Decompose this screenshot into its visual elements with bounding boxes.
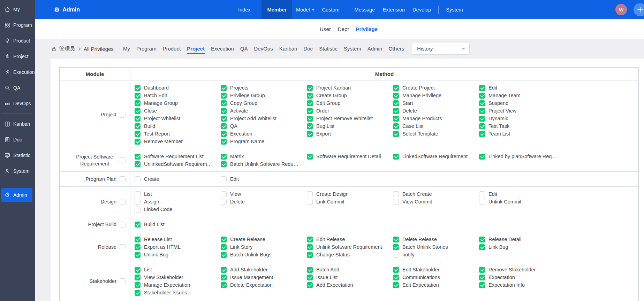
method-checkbox[interactable] [221,85,227,91]
breadcrumb-root[interactable]: 管理员 [59,46,75,52]
method-checkbox[interactable] [135,85,141,91]
method-checkbox[interactable] [135,222,141,227]
method-checkbox[interactable] [307,100,313,106]
method-checkbox[interactable] [479,282,485,288]
module-checkbox[interactable] [120,222,126,227]
method-checkbox[interactable] [135,131,141,137]
method-checkbox[interactable] [221,176,227,182]
method-checkbox[interactable] [479,123,485,129]
sidebar-item-system[interactable]: System [0,163,35,179]
method-checkbox[interactable] [135,123,141,129]
subnav-item-privilege[interactable]: Privilege [356,26,378,32]
method-checkbox[interactable] [479,275,485,280]
method-checkbox[interactable] [393,191,399,197]
method-checkbox[interactable] [307,123,313,129]
method-checkbox[interactable] [221,154,227,160]
method-checkbox[interactable] [221,275,227,280]
module-checkbox[interactable] [120,112,126,118]
sidebar-item-devops[interactable]: ∞DevOps [0,95,35,111]
method-checkbox[interactable] [307,191,313,197]
method-checkbox[interactable] [393,199,399,205]
tab-others[interactable]: Others [388,44,404,54]
method-checkbox[interactable] [135,244,141,250]
method-checkbox[interactable] [479,108,485,114]
method-checkbox[interactable] [479,267,485,273]
nav-item-extension[interactable]: Extension [379,0,409,19]
nav-item-index[interactable]: Index [234,0,254,19]
method-checkbox[interactable] [393,237,399,242]
tab-admin[interactable]: Admin [368,44,382,54]
method-checkbox[interactable] [135,191,141,197]
sidebar-item-doc[interactable]: Doc [0,132,35,147]
method-checkbox[interactable] [135,116,141,122]
tab-qa[interactable]: QA [240,44,248,54]
method-checkbox[interactable] [135,154,141,160]
tab-product[interactable]: Product [162,44,181,54]
method-checkbox[interactable] [221,191,227,197]
tab-project[interactable]: Project [187,44,205,54]
sidebar-item-product[interactable]: Product [0,33,35,48]
method-checkbox[interactable] [393,282,399,288]
method-checkbox[interactable] [307,275,313,280]
method-checkbox[interactable] [221,267,227,273]
module-checkbox[interactable] [120,244,126,250]
method-checkbox[interactable] [221,161,227,167]
method-checkbox[interactable] [479,244,485,250]
sidebar-item-statistic[interactable]: Statistic [0,147,35,163]
method-checkbox[interactable] [135,252,141,258]
method-checkbox[interactable] [135,100,141,106]
method-checkbox[interactable] [479,154,485,160]
tab-system[interactable]: System [344,44,361,54]
method-checkbox[interactable] [135,207,141,213]
sidebar-item-execution[interactable]: Execution [0,64,35,80]
method-checkbox[interactable] [479,191,485,197]
method-checkbox[interactable] [307,244,313,250]
method-checkbox[interactable] [135,267,141,273]
method-checkbox[interactable] [479,237,485,242]
method-checkbox[interactable] [307,108,313,114]
tab-execution[interactable]: Execution [211,44,234,54]
method-checkbox[interactable] [135,290,141,296]
sidebar-item-admin[interactable]: ⚙Admin [1,188,32,202]
method-checkbox[interactable] [221,108,227,114]
method-checkbox[interactable] [393,85,399,91]
method-checkbox[interactable] [307,93,313,99]
subnav-item-user[interactable]: User [320,26,331,32]
method-checkbox[interactable] [393,275,399,280]
method-checkbox[interactable] [393,244,399,250]
method-checkbox[interactable] [221,93,227,99]
nav-item-develop[interactable]: Develop [409,0,435,19]
method-checkbox[interactable] [135,108,141,114]
method-checkbox[interactable] [479,93,485,99]
tab-doc[interactable]: Doc [303,44,313,54]
method-checkbox[interactable] [135,93,141,99]
method-checkbox[interactable] [135,139,141,145]
method-checkbox[interactable] [307,282,313,288]
method-checkbox[interactable] [393,131,399,137]
method-checkbox[interactable] [221,100,227,106]
nav-item-model[interactable]: Model [292,0,318,19]
method-checkbox[interactable] [393,267,399,273]
method-checkbox[interactable] [307,252,313,258]
method-checkbox[interactable] [393,93,399,99]
method-checkbox[interactable] [393,116,399,122]
method-checkbox[interactable] [221,199,227,205]
method-checkbox[interactable] [479,85,485,91]
nav-item-member[interactable]: Member [262,0,292,19]
method-checkbox[interactable] [221,131,227,137]
module-checkbox[interactable] [120,176,126,182]
method-checkbox[interactable] [135,275,141,280]
nav-item-message[interactable]: Message [351,0,379,19]
method-checkbox[interactable] [479,100,485,106]
method-checkbox[interactable] [393,123,399,129]
method-checkbox[interactable] [307,116,313,122]
sidebar-item-program[interactable]: Program [0,17,35,33]
tab-my[interactable]: My [123,44,130,54]
sidebar-item-kanban[interactable]: Kanban [0,116,35,132]
method-checkbox[interactable] [307,85,313,91]
nav-item-custom[interactable]: Custom [318,0,343,19]
method-checkbox[interactable] [221,116,227,122]
method-checkbox[interactable] [221,282,227,288]
sidebar-item-qa[interactable]: QA [0,80,35,95]
method-checkbox[interactable] [135,237,141,242]
